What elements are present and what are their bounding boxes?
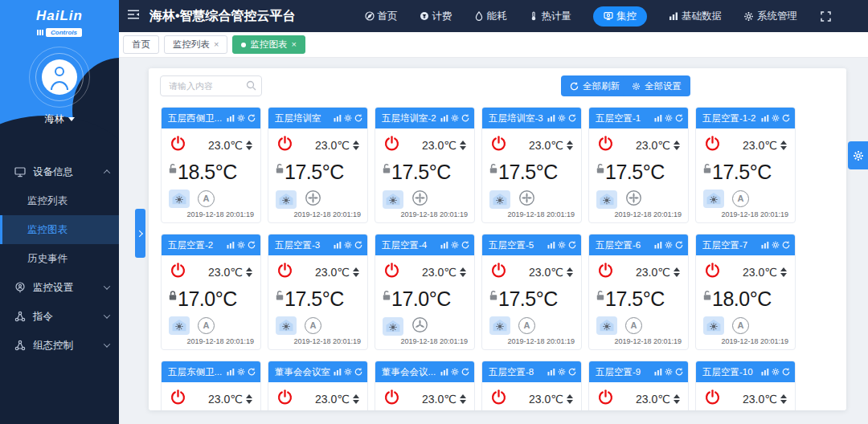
fan-icon[interactable] (305, 190, 321, 210)
setpoint-stepper[interactable]: 23.0℃ (315, 139, 359, 152)
up-down-icon[interactable] (246, 141, 252, 150)
gear-icon[interactable] (451, 241, 459, 249)
heating-mode-icon[interactable] (703, 190, 724, 208)
setpoint-stepper[interactable]: 23.0℃ (743, 393, 787, 406)
heating-mode-icon[interactable] (169, 190, 190, 208)
up-down-icon[interactable] (567, 267, 573, 277)
tab-monitor-list[interactable]: 监控列表 × (164, 35, 227, 54)
power-icon[interactable] (490, 262, 507, 282)
tab-monitor-chart[interactable]: 监控图表 × (232, 35, 305, 54)
gear-icon[interactable] (558, 241, 566, 249)
gear-icon[interactable] (772, 241, 780, 249)
chart-icon[interactable] (547, 241, 555, 249)
refresh-icon[interactable] (782, 241, 790, 249)
setpoint-stepper[interactable]: 23.0℃ (208, 393, 252, 406)
avatar[interactable] (29, 47, 90, 108)
heating-mode-icon[interactable] (703, 316, 724, 335)
fan-auto-icon[interactable]: A (732, 317, 749, 334)
close-icon[interactable]: × (214, 40, 219, 49)
sidebar-item-monitor-list[interactable]: 监控列表 (0, 186, 119, 215)
up-down-icon[interactable] (353, 394, 359, 404)
fullscreen-icon[interactable] (821, 11, 831, 22)
gear-icon[interactable] (558, 114, 566, 122)
sidebar-item-history-events[interactable]: 历史事件 (0, 244, 119, 273)
gear-icon[interactable] (237, 114, 245, 122)
chart-icon[interactable] (654, 241, 662, 249)
chart-icon[interactable] (227, 368, 235, 376)
setpoint-stepper[interactable]: 23.0℃ (636, 266, 680, 279)
chart-icon[interactable] (440, 368, 448, 376)
power-icon[interactable] (170, 389, 186, 409)
power-icon[interactable] (276, 262, 293, 282)
nav-item-energy[interactable]: 能耗 (474, 10, 507, 23)
chart-icon[interactable] (440, 241, 448, 249)
up-down-icon[interactable] (460, 141, 466, 150)
sidebar-item-commands[interactable]: 指令 (0, 302, 119, 331)
setpoint-stepper[interactable]: 23.0℃ (422, 266, 466, 279)
chart-icon[interactable] (334, 114, 342, 122)
gear-icon[interactable] (665, 241, 673, 249)
user-dropdown[interactable]: 海林 (0, 112, 119, 126)
refresh-icon[interactable] (248, 368, 256, 376)
up-down-icon[interactable] (780, 394, 787, 404)
chart-icon[interactable] (761, 368, 769, 376)
refresh-all-button[interactable]: 全部刷新 (561, 75, 628, 96)
nav-item-basic-data[interactable]: 基础数据 (669, 10, 722, 23)
nav-item-billing[interactable]: 计费 (420, 10, 452, 23)
power-icon[interactable] (383, 135, 400, 155)
setpoint-stepper[interactable]: 23.0℃ (529, 266, 573, 279)
up-down-icon[interactable] (567, 141, 573, 150)
setpoint-stepper[interactable]: 23.0℃ (208, 139, 252, 152)
up-down-icon[interactable] (567, 394, 573, 404)
fan-auto-icon[interactable]: A (305, 317, 321, 334)
chart-icon[interactable] (761, 114, 769, 122)
set-all-button[interactable]: 全部设置 (623, 75, 690, 96)
gear-icon[interactable] (772, 368, 780, 376)
power-icon[interactable] (276, 135, 293, 155)
up-down-icon[interactable] (353, 141, 359, 150)
power-icon[interactable] (170, 262, 186, 282)
refresh-icon[interactable] (782, 114, 790, 122)
refresh-icon[interactable] (354, 368, 362, 376)
setpoint-stepper[interactable]: 23.0℃ (422, 139, 466, 152)
setpoint-stepper[interactable]: 23.0℃ (315, 266, 359, 279)
up-down-icon[interactable] (780, 267, 787, 277)
settings-drawer-button[interactable] (848, 141, 868, 169)
up-down-icon[interactable] (780, 141, 787, 150)
sidebar-item-config-control[interactable]: 组态控制 (0, 331, 119, 360)
setpoint-stepper[interactable]: 23.0℃ (529, 139, 573, 152)
up-down-icon[interactable] (674, 267, 680, 277)
up-down-icon[interactable] (460, 394, 466, 404)
setpoint-stepper[interactable]: 23.0℃ (529, 393, 573, 406)
power-icon[interactable] (704, 262, 721, 282)
heating-mode-icon[interactable] (383, 317, 403, 336)
refresh-icon[interactable] (675, 114, 683, 122)
chart-icon[interactable] (334, 241, 342, 249)
panel-expand-handle[interactable] (135, 209, 145, 258)
chart-icon[interactable] (334, 368, 342, 376)
setpoint-stepper[interactable]: 23.0℃ (636, 139, 680, 152)
gear-icon[interactable] (665, 114, 673, 122)
sidebar-item-device-info[interactable]: 设备信息 (0, 157, 119, 186)
nav-item-home[interactable]: 首页 (365, 10, 398, 23)
setpoint-stepper[interactable]: 23.0℃ (208, 266, 252, 279)
refresh-icon[interactable] (675, 368, 683, 376)
power-icon[interactable] (170, 135, 186, 155)
gear-icon[interactable] (665, 368, 673, 376)
power-icon[interactable] (704, 389, 721, 409)
power-icon[interactable] (597, 262, 614, 282)
gear-icon[interactable] (558, 368, 566, 376)
chart-icon[interactable] (547, 368, 555, 376)
gear-icon[interactable] (237, 241, 245, 249)
gear-icon[interactable] (451, 368, 459, 376)
setpoint-stepper[interactable]: 23.0℃ (422, 393, 466, 406)
heating-mode-icon[interactable] (383, 190, 403, 209)
heating-mode-icon[interactable] (489, 316, 510, 335)
up-down-icon[interactable] (353, 267, 359, 277)
heating-mode-icon[interactable] (276, 190, 297, 209)
power-icon[interactable] (597, 135, 614, 155)
sidebar-item-monitor-settings[interactable]: 监控设置 (0, 273, 119, 302)
chart-icon[interactable] (761, 241, 769, 249)
up-down-icon[interactable] (460, 267, 466, 277)
heating-mode-icon[interactable] (489, 190, 510, 209)
